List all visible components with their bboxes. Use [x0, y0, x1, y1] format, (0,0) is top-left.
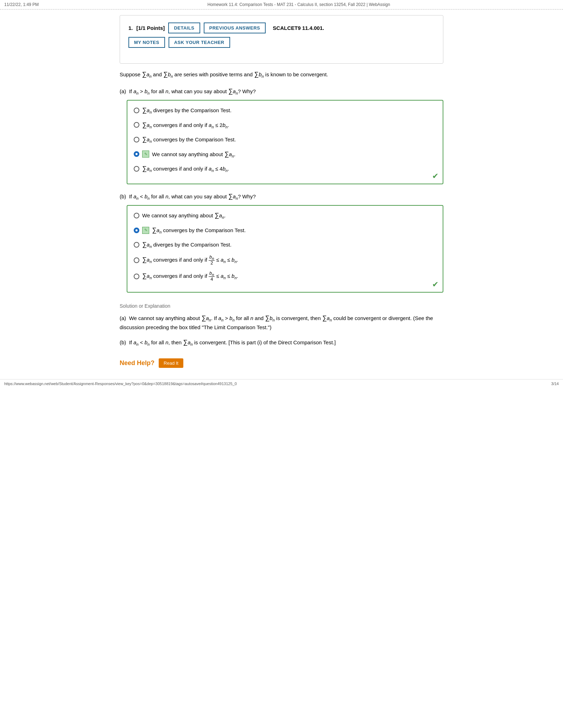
- ask-teacher-button[interactable]: ASK YOUR TEACHER: [169, 37, 230, 48]
- my-notes-button[interactable]: MY NOTES: [128, 37, 165, 48]
- solution-part-a: (a) We cannot say anything about ∑an. If…: [120, 313, 443, 332]
- bottom-url-text: https://www.webassign.net/web/Student/As…: [4, 382, 237, 386]
- part-b-option-4[interactable]: ∑an converges if and only if bn2 ≤ an ≤ …: [134, 255, 436, 266]
- part-a-radio-5[interactable]: [134, 166, 139, 172]
- part-b-radio-2[interactable]: [134, 228, 139, 233]
- part-a-radio-2[interactable]: [134, 122, 139, 128]
- solution-part-b: (b) If an < bn for all n, then ∑an is co…: [120, 337, 443, 348]
- need-help-label: Need Help?: [120, 359, 154, 367]
- problem-statement: Suppose ∑an and ∑bn are series with posi…: [120, 69, 443, 80]
- part-a-option-1[interactable]: ∑an diverges by the Comparison Test.: [134, 106, 436, 115]
- part-a: (a) If an > bn for all n, what can you s…: [120, 86, 443, 184]
- question-id: SCALCET9 11.4.001.: [273, 25, 324, 31]
- part-b-radio-3[interactable]: [134, 242, 139, 248]
- part-a-label: (a) If an > bn for all n, what can you s…: [120, 86, 443, 97]
- edit-icon-b: ✎: [142, 227, 149, 234]
- previous-answers-button[interactable]: PREVIOUS ANSWERS: [204, 23, 266, 33]
- solution-section: Solution or Explanation (a) We cannot sa…: [120, 303, 443, 348]
- notes-row: MY NOTES ASK YOUR TEACHER: [128, 37, 435, 48]
- part-a-radio-1[interactable]: [134, 108, 139, 113]
- part-a-radio-4[interactable]: [134, 151, 139, 157]
- question-number: 1.: [128, 25, 133, 31]
- question-header: 1. [1/1 Points] DETAILS PREVIOUS ANSWERS…: [128, 23, 435, 33]
- part-a-option-5[interactable]: ∑an converges if and only if an ≤ 4bn.: [134, 164, 436, 174]
- part-a-radio-3[interactable]: [134, 137, 139, 142]
- edit-icon-a: ✎: [142, 151, 149, 158]
- part-a-answer-box: ∑an diverges by the Comparison Test. ∑an…: [127, 100, 443, 184]
- part-a-option-4[interactable]: ✎ We cannot say anything about ∑an.: [134, 149, 436, 159]
- part-b-radio-4[interactable]: [134, 257, 139, 263]
- details-button[interactable]: DETAILS: [168, 23, 200, 33]
- part-b-answer-box: We cannot say anything about ∑an. ✎ ∑an …: [127, 205, 443, 292]
- part-a-option-2[interactable]: ∑an converges if and only if an ≤ 2bn.: [134, 120, 436, 130]
- main-content: 1. [1/1 Points] DETAILS PREVIOUS ANSWERS…: [113, 9, 450, 379]
- question-block: 1. [1/1 Points] DETAILS PREVIOUS ANSWERS…: [120, 15, 443, 64]
- part-a-option-3[interactable]: ∑an converges by the Comparison Test.: [134, 135, 436, 145]
- points-label: [1/1 Points]: [137, 25, 165, 31]
- part-b-label: (b) If an < bn for all n, what can you s…: [120, 191, 443, 202]
- part-b-option-1[interactable]: We cannot say anything about ∑an.: [134, 211, 436, 221]
- bottom-bar: https://www.webassign.net/web/Student/As…: [0, 379, 563, 388]
- part-b-option-3[interactable]: ∑an diverges by the Comparison Test.: [134, 240, 436, 250]
- part-b-option-2[interactable]: ✎ ∑an converges by the Comparison Test.: [134, 225, 436, 235]
- page-title: Homework 11.4: Comparison Tests - MAT 23…: [207, 2, 390, 7]
- need-help-section: Need Help? Read It: [120, 358, 443, 368]
- read-it-button[interactable]: Read It: [159, 358, 183, 368]
- page-number: 3/14: [551, 382, 559, 386]
- checkmark-a: ✔: [432, 172, 438, 181]
- top-bar: 11/22/22, 1:49 PM Homework 11.4: Compari…: [0, 0, 563, 9]
- solution-title: Solution or Explanation: [120, 303, 443, 309]
- part-b-radio-1[interactable]: [134, 213, 139, 218]
- part-b: (b) If an < bn for all n, what can you s…: [120, 191, 443, 293]
- part-b-option-5[interactable]: ∑an converges if and only if bn4 ≤ an ≤ …: [134, 271, 436, 282]
- part-b-radio-5[interactable]: [134, 274, 139, 279]
- timestamp: 11/22/22, 1:49 PM: [4, 2, 39, 7]
- checkmark-b: ✔: [432, 280, 438, 289]
